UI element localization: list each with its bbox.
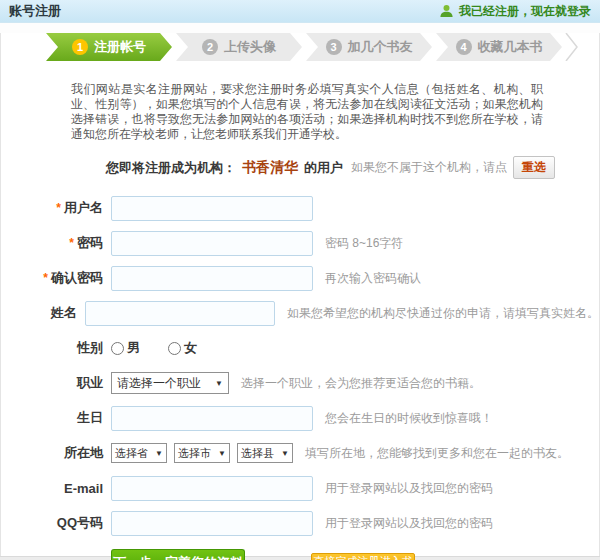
province-select[interactable]: 选择省 ▼ [111,443,167,463]
gender-male-label: 男 [127,339,140,357]
province-selected-value: 选择省 [115,446,148,461]
gender-label: 性别 [77,340,103,355]
occupation-selected-value: 请选择一个职业 [117,375,201,392]
form-row-realname: 姓名 如果您希望您的机构尽快通过你的申请，请填写真实姓名。 [1,300,599,326]
occupation-hint: 选择一个职业，会为您推荐更适合您的书籍。 [241,375,481,392]
city-select[interactable]: 选择市 ▼ [174,443,230,463]
form-row-occupation: 职业 请选择一个职业 ▼ 选择一个职业，会为您推荐更适合您的书籍。 [1,370,599,396]
next-step-button[interactable]: 下一步，完善您的资料 [111,549,245,560]
occupation-label: 职业 [77,375,103,390]
step-add-friends: 3 加几个书友 [306,33,432,61]
realname-label: 姓名 [51,305,77,320]
birthday-label: 生日 [77,410,103,425]
login-link-label: 我已经注册，现在就登录 [459,3,591,20]
org-prefix: 您即将注册成为机构： [106,159,236,177]
gender-radio-group: 男 女 [111,339,197,357]
form-row-location: 所在地 选择省 ▼ 选择市 ▼ 选择县 ▼ 填写所在地，您能够找到更多和您在一起… [1,440,599,466]
gender-female-option[interactable]: 女 [168,339,197,357]
reselect-button[interactable]: 重选 [513,156,555,179]
confirm-password-hint: 再次输入密码确认 [325,270,421,287]
county-selected-value: 选择县 [241,446,274,461]
county-select[interactable]: 选择县 ▼ [237,443,293,463]
stepper-tail-chevron-icon [565,33,579,61]
step-1-label: 注册帐号 [94,38,146,56]
username-label: 用户名 [64,200,103,215]
required-mark: * [43,271,48,285]
intro-text: 我们网站是实名注册网站，要求您注册时务必填写真实个人信息（包括姓名、机构、职业、… [71,82,543,142]
form-row-birthday: 生日 您会在生日的时候收到惊喜哦！ [1,405,599,431]
step-4-label: 收藏几本书 [478,38,543,56]
location-label: 所在地 [64,445,103,460]
qq-label: QQ号码 [57,515,103,530]
stepper: 1 注册帐号 2 上传头像 3 加几个书友 4 收藏几本书 [46,33,599,61]
registration-page: 账号注册 我已经注册，现在就登录 1 注册帐号 2 上传头像 3 加几个书友 [0,0,600,560]
password-input[interactable] [111,231,313,256]
top-bar: 账号注册 我已经注册，现在就登录 [0,0,600,23]
content-card: 1 注册帐号 2 上传头像 3 加几个书友 4 收藏几本书 我们网站是实名注册网… [0,33,600,556]
chevron-down-icon: ▼ [281,449,289,458]
form-row-gender: 性别 男 女 [1,335,599,361]
required-mark: * [69,236,74,250]
realname-input[interactable] [85,301,275,326]
email-hint: 用于登录网站以及找回您的密码 [325,480,493,497]
chevron-down-icon: ▼ [215,379,223,388]
step-3-label: 加几个书友 [348,38,413,56]
gender-female-label: 女 [184,339,197,357]
confirm-password-label: 确认密码 [51,270,103,285]
qq-hint: 用于登录网站以及找回您的密码 [325,515,493,532]
form-row-qq: QQ号码 用于登录网站以及找回您的密码 [1,510,599,536]
form-row-confirm-password: *确认密码 再次输入密码确认 [1,265,599,291]
org-suffix: 的用户 [304,159,343,177]
org-note: 如果您不属于这个机构，请点 [351,159,507,176]
chevron-down-icon: ▼ [155,449,163,458]
org-line: 您即将注册成为机构： 书香清华 的用户 如果您不属于这个机构，请点 重选 [106,156,599,179]
step-2-number: 2 [202,39,218,55]
step-collect-books: 4 收藏几本书 [436,33,562,61]
email-input[interactable] [111,476,313,501]
required-mark: * [56,201,61,215]
form-row-email: E-mail 用于登录网站以及找回您的密码 [1,475,599,501]
username-input[interactable] [111,196,313,221]
birthday-hint: 您会在生日的时候收到惊喜哦！ [325,410,493,427]
step-2-label: 上传头像 [224,38,276,56]
qq-input[interactable] [111,511,313,536]
gender-male-radio[interactable] [111,342,124,355]
person-icon [439,4,454,18]
email-label: E-mail [64,481,103,496]
birthday-input[interactable] [111,406,313,431]
form-row-username: *用户名 [1,195,599,221]
gender-female-radio[interactable] [168,342,181,355]
location-hint: 填写所在地，您能够找到更多和您在一起的书友。 [305,445,569,462]
password-label: 密码 [77,235,103,250]
finish-registration-button[interactable]: 直接完成注册进入书房 [311,553,415,560]
footer-strip [0,556,600,560]
confirm-password-input[interactable] [111,266,313,291]
occupation-select[interactable]: 请选择一个职业 ▼ [111,372,229,394]
step-4-number: 4 [456,39,472,55]
chevron-down-icon: ▼ [218,449,226,458]
registration-form: *用户名 *密码 密码 8~16字符 *确认密码 再次输入密码确认 姓名 如果您… [1,195,599,536]
step-upload-avatar: 2 上传头像 [176,33,302,61]
step-register-account: 1 注册帐号 [46,33,172,61]
org-name: 书香清华 [242,159,298,177]
step-3-number: 3 [326,39,342,55]
form-row-password: *密码 密码 8~16字符 [1,230,599,256]
city-selected-value: 选择市 [178,446,211,461]
gender-male-option[interactable]: 男 [111,339,140,357]
page-title: 账号注册 [9,2,61,20]
login-link[interactable]: 我已经注册，现在就登录 [439,3,591,20]
step-1-number: 1 [72,39,88,55]
realname-hint: 如果您希望您的机构尽快通过你的申请，请填写真实姓名。 [287,305,599,322]
password-hint: 密码 8~16字符 [325,235,403,252]
